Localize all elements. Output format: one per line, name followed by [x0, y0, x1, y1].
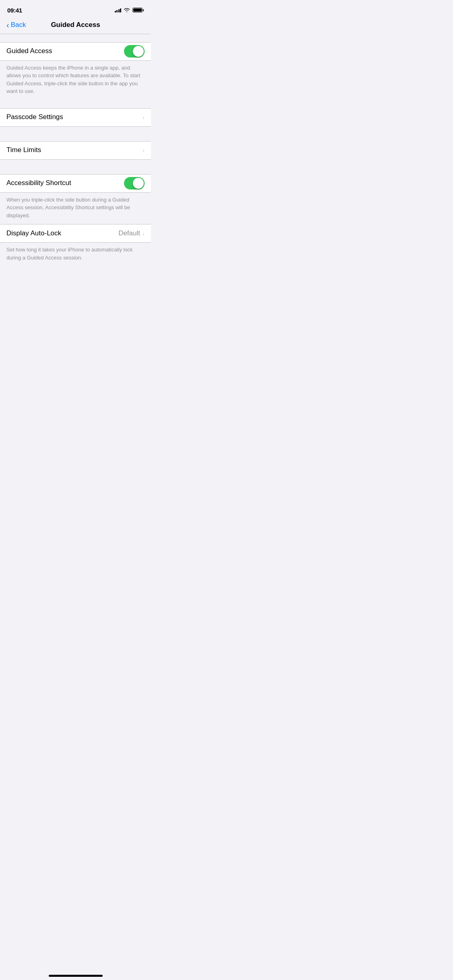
time-limits-right: ›	[143, 147, 145, 154]
battery-tip	[143, 9, 144, 11]
back-chevron-icon: ‹	[6, 21, 9, 29]
time-limits-label: Time Limits	[6, 146, 41, 154]
time-limits-section: Time Limits ›	[0, 141, 151, 160]
signal-bar-2	[116, 10, 118, 12]
accessibility-shortcut-toggle-knob	[133, 178, 144, 189]
display-autolock-description: Set how long it takes your iPhone to aut…	[0, 243, 151, 266]
accessibility-shortcut-description: When you triple-click the side button du…	[0, 193, 151, 224]
display-autolock-label: Display Auto-Lock	[6, 229, 61, 238]
battery-icon	[132, 8, 144, 12]
signal-bar-1	[115, 11, 116, 12]
time-limits-chevron-icon: ›	[143, 147, 145, 154]
back-button[interactable]: ‹ Back	[6, 21, 26, 29]
passcode-section: Passcode Settings ›	[0, 108, 151, 127]
battery-fill	[133, 8, 142, 12]
battery-body	[132, 8, 143, 12]
wifi-icon	[124, 8, 130, 12]
accessibility-shortcut-toggle[interactable]	[124, 177, 145, 189]
nav-bar: ‹ Back Guided Access	[0, 18, 151, 34]
guided-access-section: Guided Access	[0, 42, 151, 61]
guided-access-row: Guided Access	[0, 43, 151, 60]
back-label: Back	[11, 21, 26, 29]
passcode-chevron-icon: ›	[143, 114, 145, 121]
accessibility-shortcut-row: Accessibility Shortcut	[0, 175, 151, 192]
signal-bars-icon	[115, 8, 122, 12]
display-autolock-right: Default ›	[118, 229, 145, 237]
section-gap-1	[0, 34, 151, 42]
status-icons	[115, 8, 144, 12]
time-limits-row[interactable]: Time Limits ›	[0, 142, 151, 159]
display-autolock-row[interactable]: Display Auto-Lock Default ›	[0, 224, 151, 242]
accessibility-shortcut-label: Accessibility Shortcut	[6, 179, 71, 187]
guided-access-toggle-knob	[133, 46, 144, 57]
signal-bar-3	[118, 9, 120, 12]
guided-access-toggle[interactable]	[124, 45, 145, 58]
guided-access-label: Guided Access	[6, 47, 52, 56]
display-autolock-chevron-icon: ›	[143, 230, 145, 237]
passcode-settings-label: Passcode Settings	[6, 113, 63, 121]
guided-access-description: Guided Access keeps the iPhone in a sing…	[0, 61, 151, 100]
section-gap-4	[0, 160, 151, 174]
accessibility-section: Accessibility Shortcut	[0, 174, 151, 193]
status-time: 09:41	[7, 7, 22, 14]
page-title: Guided Access	[51, 21, 100, 29]
section-gap-3	[0, 127, 151, 141]
status-bar: 09:41	[0, 0, 151, 18]
passcode-settings-row[interactable]: Passcode Settings ›	[0, 109, 151, 126]
display-autolock-value: Default	[118, 229, 140, 237]
home-indicator-spacer	[0, 266, 151, 290]
section-gap-2	[0, 100, 151, 108]
passcode-settings-right: ›	[143, 114, 145, 121]
display-autolock-section: Display Auto-Lock Default ›	[0, 224, 151, 243]
signal-bar-4	[120, 8, 121, 12]
